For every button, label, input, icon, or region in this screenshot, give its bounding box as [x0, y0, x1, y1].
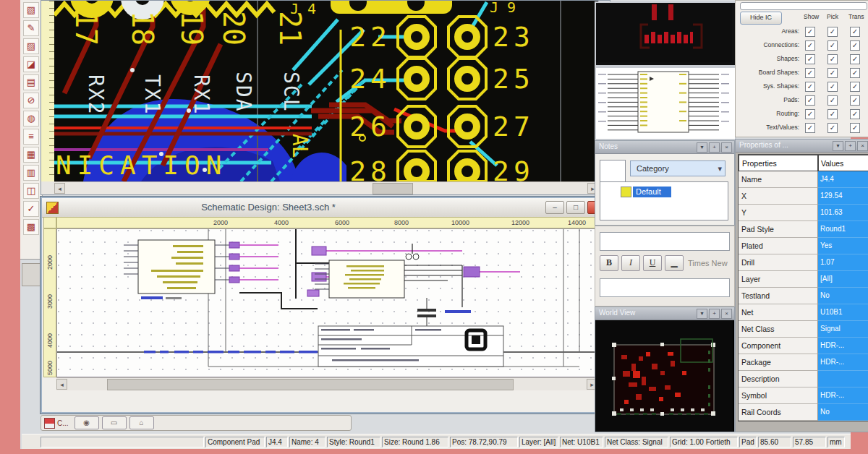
property-value[interactable]: 129.54 [818, 188, 868, 205]
table-row[interactable]: Net ClassSignal [739, 321, 868, 338]
schematic-titlebar[interactable]: Schematic Design: Sheet3.sch * – □ × [42, 198, 610, 218]
tool-icon[interactable]: ▨ [23, 38, 39, 54]
table-row[interactable]: SymbolHDR-... [739, 387, 868, 404]
bold-button[interactable]: B [600, 255, 618, 271]
schematic-horizontal-scrollbar[interactable]: ◂ ▸ [56, 377, 597, 390]
table-row[interactable]: TestlandNo [739, 288, 868, 304]
panel-close-icon[interactable]: × [721, 309, 732, 319]
tab-button-icon[interactable]: ◉ [75, 416, 99, 429]
property-value[interactable]: Yes [818, 238, 868, 254]
underline-button[interactable]: U [643, 255, 662, 271]
scroll-left-arrow-icon[interactable]: ◂ [56, 379, 67, 390]
panel-close-icon[interactable]: × [721, 142, 732, 153]
property-value[interactable]: HDR-... [818, 354, 868, 371]
checkbox-checked[interactable]: ✓ [827, 109, 838, 119]
scroll-thumb[interactable] [373, 183, 413, 194]
checkbox-checked[interactable]: ✓ [827, 95, 838, 106]
checkbox-checked[interactable]: ✓ [805, 95, 815, 106]
checkbox-checked[interactable]: ✓ [827, 27, 838, 37]
table-row[interactable]: Pad StyleRound1 [739, 221, 868, 238]
checkbox-checked[interactable]: ✓ [827, 82, 838, 92]
panel-close-icon[interactable]: × [857, 141, 868, 151]
color-swatch[interactable] [600, 160, 626, 183]
checkbox-checked[interactable]: ✓ [805, 68, 815, 78]
panel-minimize-icon[interactable]: ▾ [833, 141, 843, 151]
checkbox-checked[interactable]: ✓ [850, 123, 860, 133]
property-value[interactable]: J4.4 [818, 171, 868, 188]
table-row[interactable]: Layer[All] [739, 271, 868, 288]
tool-icon[interactable]: ⊘ [23, 93, 39, 108]
minimize-button[interactable]: – [545, 201, 564, 214]
table-row[interactable]: NetU10B1 [739, 304, 868, 321]
filter-input[interactable] [740, 2, 867, 10]
tool-icon[interactable]: ▧ [23, 2, 39, 18]
checkbox-checked[interactable]: ✓ [827, 123, 838, 133]
property-value[interactable]: Round1 [818, 221, 868, 238]
restore-button[interactable]: □ [566, 201, 585, 214]
property-value[interactable]: Signal [818, 321, 868, 338]
hide-ic-button[interactable]: Hide IC [740, 12, 782, 25]
tool-icon[interactable]: ≡ [23, 129, 39, 145]
world-view-titlebar[interactable]: World View ▾ + × [595, 307, 734, 320]
checkbox-checked[interactable]: ✓ [805, 54, 815, 64]
property-value[interactable]: U10B1 [818, 304, 868, 321]
category-list[interactable]: Default [600, 181, 728, 220]
property-value[interactable]: No [818, 404, 868, 421]
list-item[interactable]: Default [621, 186, 671, 197]
table-row[interactable]: PackageHDR-... [739, 354, 868, 371]
text-input[interactable] [600, 232, 730, 251]
table-row[interactable]: Y101.63 [739, 205, 868, 221]
tab-button-icon[interactable]: ⌂ [129, 416, 154, 429]
property-value[interactable] [818, 371, 868, 387]
tool-icon[interactable]: ✓ [23, 201, 39, 217]
property-value[interactable]: 1.07 [818, 254, 868, 271]
world-view-canvas[interactable] [595, 320, 733, 431]
italic-button[interactable]: I [621, 255, 640, 271]
checkbox-checked[interactable]: ✓ [850, 109, 860, 119]
category-dropdown[interactable]: Category ▾ [630, 160, 726, 176]
checkbox-checked[interactable]: ✓ [805, 109, 815, 119]
table-row[interactable]: Description [739, 371, 868, 387]
property-value[interactable]: HDR-... [818, 387, 868, 404]
panel-pin-icon[interactable]: + [709, 309, 720, 319]
table-row[interactable]: Drill1.07 [739, 254, 868, 271]
checkbox-checked[interactable]: ✓ [827, 68, 838, 78]
tool-icon[interactable]: ◫ [23, 183, 39, 199]
tool-icon[interactable]: ◪ [23, 56, 39, 72]
table-row[interactable]: NameJ4.4 [739, 171, 868, 188]
schematic-canvas[interactable] [56, 228, 597, 377]
schematic-component-u1[interactable] [138, 240, 215, 294]
panel-pin-icon[interactable]: + [709, 142, 720, 153]
tab-button-icon[interactable]: ▭ [102, 416, 127, 429]
scroll-left-arrow-icon[interactable]: ◂ [54, 183, 65, 194]
table-row[interactable]: ComponentHDR-... [739, 338, 868, 354]
checkbox-checked[interactable]: ✓ [850, 27, 860, 37]
checkbox-checked[interactable]: ✓ [805, 123, 815, 133]
document-tab[interactable]: C... [57, 419, 69, 427]
checkbox-checked[interactable]: ✓ [827, 40, 838, 51]
checkbox-checked[interactable]: ✓ [850, 54, 860, 64]
panel-minimize-icon[interactable]: ▾ [697, 309, 707, 319]
property-value[interactable]: 101.63 [818, 205, 868, 221]
panel-pin-icon[interactable]: + [845, 141, 856, 151]
table-row[interactable]: PlatedYes [739, 238, 868, 254]
pcb-canvas[interactable]: 17 18 19 20 21 RX2 TX1 RX1 SDA SCL AL J … [54, 1, 598, 181]
tool-icon[interactable]: ▥ [23, 165, 39, 181]
checkbox-checked[interactable]: ✓ [805, 40, 815, 51]
checkbox-checked[interactable]: ✓ [850, 95, 860, 106]
text-input[interactable] [600, 278, 730, 297]
pcb-horizontal-scrollbar[interactable]: ◂ ▸ [54, 181, 598, 194]
checkbox-checked[interactable]: ✓ [850, 40, 860, 51]
property-value[interactable]: [All] [818, 271, 868, 288]
strike-button[interactable]: ▁ [665, 255, 684, 271]
table-row[interactable]: Rail CoordsNo [739, 404, 868, 421]
notes-panel-titlebar[interactable]: Notes ▾ + × [595, 141, 734, 154]
properties-panel-titlebar[interactable]: Properties of ... ▾ + × [736, 140, 868, 153]
panel-minimize-icon[interactable]: ▾ [697, 142, 707, 153]
scroll-thumb[interactable] [107, 379, 514, 390]
checkbox-checked[interactable]: ✓ [805, 82, 815, 92]
tool-icon[interactable]: ▩ [23, 219, 39, 235]
tool-icon[interactable]: ◍ [23, 111, 39, 127]
property-value[interactable]: HDR-... [818, 338, 868, 354]
checkbox-checked[interactable]: ✓ [850, 68, 860, 78]
